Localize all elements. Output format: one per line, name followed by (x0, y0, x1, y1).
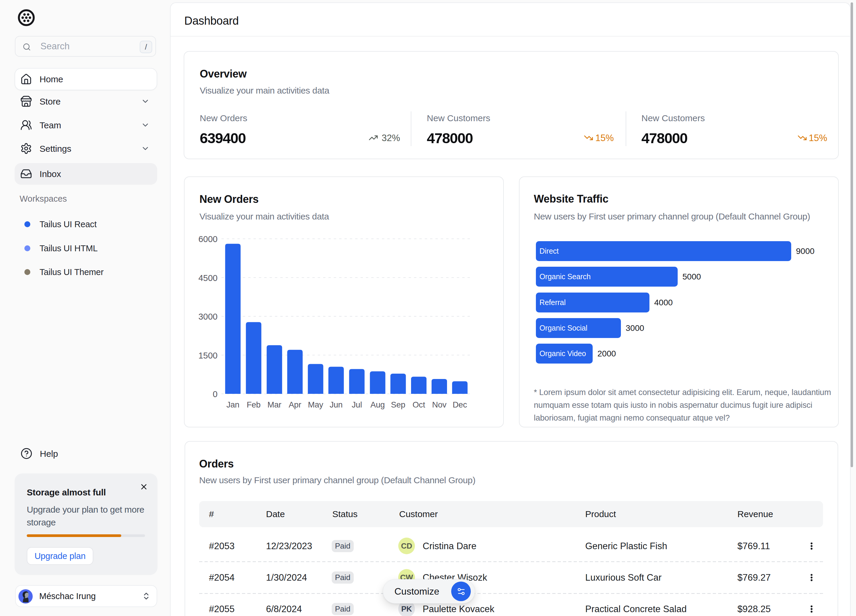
svg-text:Jan: Jan (226, 400, 240, 409)
svg-text:Nov: Nov (432, 400, 447, 409)
svg-text:Jul: Jul (352, 400, 362, 409)
svg-text:Aug: Aug (370, 400, 385, 409)
svg-text:3000: 3000 (198, 312, 217, 321)
svg-text:Jun: Jun (329, 400, 343, 409)
svg-text:1500: 1500 (198, 351, 217, 360)
svg-text:4500: 4500 (198, 273, 217, 283)
svg-text:Dec: Dec (453, 400, 467, 409)
svg-text:Apr: Apr (289, 400, 301, 409)
svg-text:Oct: Oct (413, 400, 425, 409)
svg-text:Feb: Feb (247, 400, 261, 409)
svg-text:6000: 6000 (198, 234, 217, 244)
svg-text:May: May (308, 400, 323, 409)
svg-text:Mar: Mar (268, 400, 282, 409)
svg-text:0: 0 (213, 389, 217, 399)
svg-text:Sep: Sep (391, 400, 405, 409)
